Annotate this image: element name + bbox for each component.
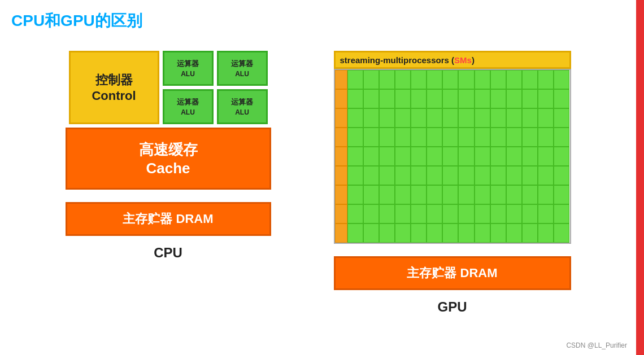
gpu-cell — [411, 166, 427, 185]
gpu-cell — [363, 166, 379, 185]
gpu-row-cells — [347, 166, 570, 185]
cpu-top-section: 控制器 Control 运算器 ALU 运算器 ALU 运算器 ALU 运算器 — [69, 51, 268, 124]
gpu-row-indicator — [335, 147, 347, 166]
gpu-cell — [347, 70, 363, 89]
gpu-cell — [411, 185, 427, 204]
gpu-cell — [506, 147, 522, 166]
gpu-cell — [554, 70, 569, 89]
gpu-cell — [554, 185, 569, 204]
gpu-cell — [554, 204, 569, 223]
alu-box-4: 运算器 ALU — [217, 89, 268, 124]
gpu-row — [335, 204, 570, 223]
gpu-cell — [442, 223, 458, 243]
gpu-dram-label: 主存贮器 DRAM — [407, 265, 497, 282]
gpu-cell — [427, 166, 442, 185]
gpu-cell — [490, 108, 506, 128]
gpu-cell — [427, 185, 442, 204]
gpu-cell — [538, 223, 554, 243]
gpu-row-cells — [347, 147, 570, 166]
gpu-cell — [554, 128, 569, 147]
gpu-cell — [395, 70, 411, 89]
gpu-row-indicator — [335, 89, 347, 108]
gpu-cell — [538, 204, 554, 223]
gpu-cell — [506, 223, 522, 243]
gpu-cell — [475, 128, 490, 147]
gpu-dram-box: 主存贮器 DRAM — [334, 256, 571, 290]
gpu-cell — [538, 70, 554, 89]
alu-cn-4: 运算器 — [231, 97, 253, 107]
gpu-row — [335, 70, 570, 89]
gpu-cell — [347, 147, 363, 166]
gpu-cell — [475, 89, 490, 108]
gpu-cell — [475, 108, 490, 128]
gpu-cell — [347, 223, 363, 243]
gpu-top: streaming-multiprocessors (SMs) — [334, 51, 571, 244]
gpu-row-cells — [347, 185, 570, 204]
gpu-cell — [442, 147, 458, 166]
gpu-cell — [475, 166, 490, 185]
sms-highlight: SMs — [454, 55, 472, 65]
gpu-row — [335, 89, 570, 108]
gpu-cell — [490, 70, 506, 89]
gpu-cell — [379, 89, 395, 108]
gpu-cell — [411, 70, 427, 89]
gpu-row — [335, 166, 570, 185]
gpu-cell — [347, 204, 363, 223]
gpu-cell — [442, 185, 458, 204]
gpu-cell — [522, 89, 538, 108]
alu-box-3: 运算器 ALU — [163, 89, 214, 124]
gpu-cell — [442, 204, 458, 223]
gpu-row-cells — [347, 223, 570, 243]
gpu-cell — [522, 128, 538, 147]
gpu-cell — [538, 185, 554, 204]
gpu-cell — [475, 147, 490, 166]
gpu-row-indicator — [335, 185, 347, 204]
gpu-cell — [411, 89, 427, 108]
alu-en-1: ALU — [181, 70, 195, 78]
gpu-cell — [554, 166, 569, 185]
gpu-diagram-label: GPU — [437, 299, 467, 315]
gpu-cell — [490, 147, 506, 166]
alu-grid: 运算器 ALU 运算器 ALU 运算器 ALU 运算器 ALU — [163, 51, 268, 124]
gpu-cell — [538, 147, 554, 166]
alu-cn-1: 运算器 — [177, 59, 199, 69]
gpu-cell — [522, 108, 538, 128]
gpu-cell — [506, 89, 522, 108]
gpu-cell — [490, 185, 506, 204]
gpu-cell — [347, 89, 363, 108]
gpu-cell — [363, 147, 379, 166]
gpu-cell — [379, 70, 395, 89]
gpu-cell — [458, 108, 474, 128]
gpu-row-indicator — [335, 70, 347, 89]
gpu-cell — [458, 204, 474, 223]
gpu-cell — [554, 147, 569, 166]
alu-cn-3: 运算器 — [177, 97, 199, 107]
gpu-cell — [458, 147, 474, 166]
gpu-cell — [475, 70, 490, 89]
gpu-cell — [442, 70, 458, 89]
gpu-cell — [379, 204, 395, 223]
red-bar — [636, 0, 644, 355]
gpu-cell — [522, 166, 538, 185]
gpu-cell — [522, 185, 538, 204]
gpu-cell — [458, 128, 474, 147]
gpu-cell — [506, 108, 522, 128]
gpu-cell — [347, 185, 363, 204]
alu-en-2: ALU — [235, 70, 249, 78]
gpu-cell — [363, 185, 379, 204]
gpu-cell — [347, 108, 363, 128]
gpu-sm-header-text: streaming-multiprocessors (SMs) — [340, 55, 475, 65]
gpu-cell — [506, 128, 522, 147]
alu-cn-2: 运算器 — [231, 59, 253, 69]
gpu-cell — [395, 223, 411, 243]
gpu-cell — [363, 223, 379, 243]
gpu-row-cells — [347, 70, 570, 89]
gpu-cell — [554, 89, 569, 108]
gpu-cell — [458, 166, 474, 185]
gpu-cell — [395, 128, 411, 147]
gpu-row — [335, 128, 570, 147]
gpu-cell — [522, 147, 538, 166]
cpu-dram-box: 主存贮器 DRAM — [66, 202, 271, 236]
gpu-cell — [442, 89, 458, 108]
gpu-row-cells — [347, 89, 570, 108]
